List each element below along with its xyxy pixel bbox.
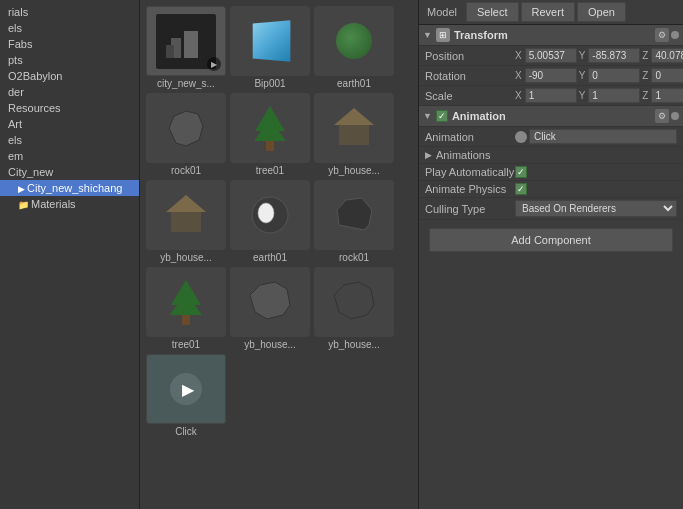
svg-marker-17	[250, 282, 290, 319]
transform-dot-icon[interactable]	[671, 31, 679, 39]
rot-x-label: X	[515, 70, 522, 81]
sidebar-item-der[interactable]: der	[0, 84, 139, 100]
animation-value-input[interactable]	[529, 129, 677, 144]
rot-z-label: Z	[642, 70, 648, 81]
asset-label-tree01-1: tree01	[230, 165, 310, 176]
asset-thumb-city: ▶	[146, 6, 226, 76]
sidebar-item-art[interactable]: Art	[0, 116, 139, 132]
sidebar: rials els Fabs pts O2Babylon der Resourc…	[0, 0, 140, 509]
asset-thumb-earth01-2	[230, 180, 310, 250]
scale-z-label: Z	[642, 90, 648, 101]
sidebar-item-pts[interactable]: pts	[0, 52, 139, 68]
revert-button[interactable]: Revert	[521, 2, 575, 22]
asset-item-ybhouse-4[interactable]: yb_house...	[314, 267, 394, 350]
asset-label-ybhouse-4: yb_house...	[314, 339, 394, 350]
earth2-icon	[248, 193, 292, 237]
animation-value-row: Animation	[419, 127, 683, 147]
top-bar: Model Select Revert Open	[419, 0, 683, 25]
animation-dot-icon[interactable]	[671, 112, 679, 120]
animation-toggle-icon: ▼	[423, 111, 432, 121]
culling-dropdown[interactable]: Based On Renderers	[515, 200, 677, 217]
asset-item-earth01-2[interactable]: earth01	[230, 180, 310, 263]
asset-grid[interactable]: ▶ city_new_s... Bip001 earth01	[140, 0, 418, 509]
asset-label-earth01-2: earth01	[230, 252, 310, 263]
svg-marker-9	[166, 195, 206, 212]
animation-enabled-checkbox[interactable]	[436, 110, 448, 122]
play-auto-checkbox[interactable]	[515, 166, 527, 178]
asset-item-bip001[interactable]: Bip001	[230, 6, 310, 89]
asset-thumb-rock01-1	[146, 93, 226, 163]
sidebar-item-o2babylon[interactable]: O2Babylon	[0, 68, 139, 84]
transform-settings-icon[interactable]: ⚙	[655, 28, 669, 42]
asset-label-city: city_new_s...	[146, 78, 226, 89]
pos-x-label: X	[515, 50, 522, 61]
asset-row-2: rock01 tree01	[146, 93, 412, 176]
asset-item-ybhouse-1[interactable]: yb_house...	[314, 93, 394, 176]
asset-thumb-rock01-2	[314, 180, 394, 250]
svg-rect-16	[182, 315, 190, 325]
sidebar-item-els2[interactable]: els	[0, 132, 139, 148]
inspector-panel: ▼ ⊞ Transform ⚙ Position X Y Z Rotation …	[419, 25, 683, 509]
model-label: Model	[419, 3, 465, 21]
rotation-label: Rotation	[425, 70, 515, 82]
asset-item-tree01-2[interactable]: tree01	[146, 267, 226, 350]
rotation-y-input[interactable]	[588, 68, 640, 83]
asset-item-city[interactable]: ▶ city_new_s...	[146, 6, 226, 89]
sidebar-item-rials[interactable]: rials	[0, 4, 139, 20]
pos-y-label: Y	[579, 50, 586, 61]
asset-item-ybhouse-3[interactable]: yb_house...	[230, 267, 310, 350]
transform-icon: ⊞	[436, 28, 450, 42]
animation-section-header[interactable]: ▼ Animation ⚙	[419, 106, 683, 127]
transform-section-header[interactable]: ▼ ⊞ Transform ⚙	[419, 25, 683, 46]
sidebar-item-city-new[interactable]: City_new	[0, 164, 139, 180]
asset-thumb-bip001	[230, 6, 310, 76]
sidebar-item-materials[interactable]: 📁Materials	[0, 196, 139, 212]
sidebar-item-resources[interactable]: Resources	[0, 100, 139, 116]
svg-marker-3	[169, 111, 203, 146]
sidebar-item-em[interactable]: em	[0, 148, 139, 164]
asset-thumb-tree01-2	[146, 267, 226, 337]
rotation-z-input[interactable]	[651, 68, 683, 83]
asset-row-4: tree01 yb_house... yb_house...	[146, 267, 412, 350]
animation-title: Animation	[452, 110, 655, 122]
animations-expand-icon: ▶	[425, 150, 432, 160]
main-content: ▶ city_new_s... Bip001 earth01	[140, 0, 418, 509]
svg-rect-10	[171, 212, 201, 232]
add-component-button[interactable]: Add Component	[429, 228, 673, 252]
svg-marker-18	[334, 282, 374, 319]
position-y-input[interactable]	[588, 48, 640, 63]
sidebar-item-els[interactable]: els	[0, 20, 139, 36]
position-z-input[interactable]	[651, 48, 683, 63]
select-button[interactable]: Select	[466, 2, 519, 22]
asset-item-click[interactable]: Click	[146, 354, 226, 437]
anim-physics-checkbox[interactable]	[515, 183, 527, 195]
scale-label: Scale	[425, 90, 515, 102]
asset-item-rock01-1[interactable]: rock01	[146, 93, 226, 176]
scale-y-input[interactable]	[588, 88, 640, 103]
scale-x-input[interactable]	[525, 88, 577, 103]
rot-y-label: Y	[579, 70, 586, 81]
asset-label-bip001: Bip001	[230, 78, 310, 89]
open-button[interactable]: Open	[577, 2, 626, 22]
rock2-icon	[334, 195, 374, 235]
asset-item-ybhouse-2[interactable]: yb_house...	[146, 180, 226, 263]
sidebar-item-fabs[interactable]: Fabs	[0, 36, 139, 52]
position-x-input[interactable]	[525, 48, 577, 63]
asset-thumb-click	[146, 354, 226, 424]
cube-icon	[253, 20, 291, 61]
asset-item-tree01-1[interactable]: tree01	[230, 93, 310, 176]
asset-item-rock01-2[interactable]: rock01	[314, 180, 394, 263]
scale-x-label: X	[515, 90, 522, 101]
asset-row-1: ▶ city_new_s... Bip001 earth01	[146, 6, 412, 89]
animation-settings-icon[interactable]: ⚙	[655, 109, 669, 123]
animations-row[interactable]: ▶ Animations	[419, 147, 683, 164]
animation-circle-icon	[515, 131, 527, 143]
sidebar-item-city-new-shichang[interactable]: ▶City_new_shichang	[0, 180, 139, 196]
asset-item-earth01-1[interactable]: earth01	[314, 6, 394, 89]
arrow-icon: ▶	[207, 57, 221, 71]
anim-physics-row: Animate Physics	[419, 181, 683, 198]
rock-icon	[166, 108, 206, 148]
svg-rect-1	[184, 31, 198, 58]
rotation-x-input[interactable]	[525, 68, 577, 83]
scale-z-input[interactable]	[651, 88, 683, 103]
